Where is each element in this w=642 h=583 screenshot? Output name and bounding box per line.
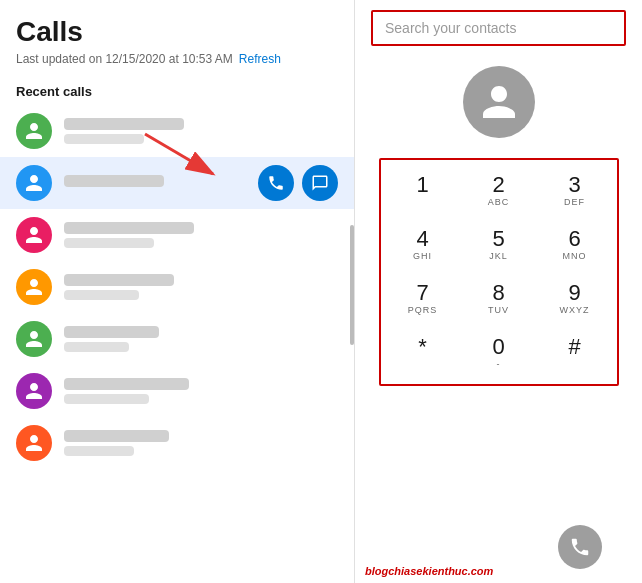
- avatar: [16, 269, 52, 305]
- avatar: [16, 373, 52, 409]
- scroll-indicator[interactable]: [350, 225, 354, 345]
- contact-detail-blur: [64, 446, 134, 456]
- dialpad: 1 2 ABC 3 DEF 4 GHI 5 JKL 6 MNO: [379, 158, 619, 386]
- contact-info: [64, 118, 338, 144]
- dialpad-key-5[interactable]: 5 JKL: [461, 218, 537, 272]
- contact-item[interactable]: [0, 313, 354, 365]
- avatar: [16, 217, 52, 253]
- person-icon-circle: [463, 66, 535, 138]
- last-updated-info: Last updated on 12/15/2020 at 10:53 AM R…: [16, 52, 338, 66]
- contact-info: [64, 378, 338, 404]
- watermark: blogchiasekienthuc.com: [365, 565, 493, 577]
- contact-name-blur: [64, 274, 174, 286]
- contact-item[interactable]: [0, 209, 354, 261]
- dialpad-key-7[interactable]: 7 PQRS: [385, 272, 461, 326]
- contact-detail-blur: [64, 290, 139, 300]
- left-header: Calls Last updated on 12/15/2020 at 10:5…: [0, 16, 354, 74]
- avatar: [16, 321, 52, 357]
- dialpad-key-8[interactable]: 8 TUV: [461, 272, 537, 326]
- contact-detail-blur: [64, 394, 149, 404]
- contact-item[interactable]: [0, 261, 354, 313]
- contact-detail-blur: [64, 238, 154, 248]
- search-input[interactable]: [371, 10, 626, 46]
- refresh-link[interactable]: Refresh: [239, 52, 281, 66]
- contact-detail-blur: [64, 342, 129, 352]
- call-button[interactable]: [258, 165, 294, 201]
- chat-button[interactable]: [302, 165, 338, 201]
- action-buttons: [258, 165, 338, 201]
- contact-item-highlighted[interactable]: [0, 157, 354, 209]
- contact-name-blur: [64, 326, 159, 338]
- avatar: [16, 425, 52, 461]
- dialpad-key-4[interactable]: 4 GHI: [385, 218, 461, 272]
- contact-name-blur: [64, 175, 164, 187]
- dialpad-key-1[interactable]: 1: [385, 164, 461, 218]
- contact-name-blur: [64, 222, 194, 234]
- contact-item[interactable]: [0, 417, 354, 469]
- contact-info: [64, 326, 338, 352]
- avatar: [16, 165, 52, 201]
- contact-name-blur: [64, 430, 169, 442]
- dialpad-key-0[interactable]: 0 -: [461, 326, 537, 380]
- contact-name-blur: [64, 118, 184, 130]
- contact-name-blur: [64, 378, 189, 390]
- bottom-call-button[interactable]: [558, 525, 602, 569]
- left-panel: Calls Last updated on 12/15/2020 at 10:5…: [0, 0, 355, 583]
- page-title: Calls: [16, 16, 338, 48]
- dialpad-key-2[interactable]: 2 ABC: [461, 164, 537, 218]
- contact-item[interactable]: [0, 105, 354, 157]
- dialpad-key-hash[interactable]: #: [537, 326, 613, 380]
- contact-info: [64, 175, 258, 191]
- right-panel: 1 2 ABC 3 DEF 4 GHI 5 JKL 6 MNO: [355, 0, 642, 583]
- contact-list: [0, 105, 354, 583]
- contact-item[interactable]: [0, 365, 354, 417]
- dialpad-key-star[interactable]: *: [385, 326, 461, 380]
- recent-calls-label: Recent calls: [0, 74, 354, 105]
- dialpad-key-3[interactable]: 3 DEF: [537, 164, 613, 218]
- dialpad-key-9[interactable]: 9 WXYZ: [537, 272, 613, 326]
- contact-info: [64, 430, 338, 456]
- contact-detail-blur: [64, 134, 144, 144]
- contact-info: [64, 222, 338, 248]
- dialpad-grid: 1 2 ABC 3 DEF 4 GHI 5 JKL 6 MNO: [385, 164, 613, 380]
- dialpad-key-6[interactable]: 6 MNO: [537, 218, 613, 272]
- last-updated-text: Last updated on 12/15/2020 at 10:53 AM: [16, 52, 233, 66]
- contact-info: [64, 274, 338, 300]
- avatar: [16, 113, 52, 149]
